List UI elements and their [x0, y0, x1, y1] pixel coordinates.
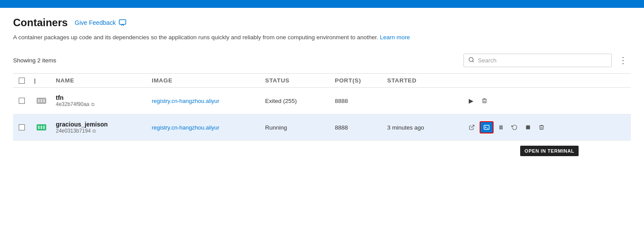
- container-name-tfn: tfn: [56, 94, 145, 101]
- th-status: STATUS: [262, 77, 331, 84]
- cell-ports-tfn: 8888: [331, 98, 384, 104]
- action-buttons-gracious: [466, 121, 627, 133]
- toolbar-right: ⋮: [463, 52, 631, 68]
- svg-rect-4: [38, 99, 40, 102]
- image-link-gracious[interactable]: registry.cn-hangzhou.aliyur: [152, 124, 219, 131]
- table-row: tfn 4e32b74f90aa ⧉ registry.cn-hangzhou.…: [13, 88, 631, 114]
- cell-actions-gracious: [462, 121, 631, 133]
- open-external-gracious-button[interactable]: [466, 122, 478, 133]
- description: A container packages up code and its dep…: [13, 33, 631, 42]
- cell-name-gracious: gracious_jemison 24e0313b7194 ⧉: [52, 121, 148, 134]
- th-started: STARTED: [384, 77, 462, 84]
- give-feedback-link[interactable]: Give Feedback: [75, 19, 126, 27]
- th-ports: PORT(S): [331, 77, 384, 84]
- start-tfn-button[interactable]: ▶: [466, 95, 477, 106]
- cell-started-gracious: 3 minutes ago: [384, 124, 462, 131]
- action-buttons-tfn: ▶: [466, 95, 627, 106]
- copy-id-gracious-icon[interactable]: ⧉: [92, 128, 96, 134]
- copy-id-tfn-icon[interactable]: ⧉: [91, 102, 95, 107]
- svg-rect-0: [119, 20, 126, 24]
- svg-rect-14: [500, 126, 501, 129]
- row-checkbox-tfn: [13, 98, 31, 104]
- th-image: IMAGE: [148, 77, 262, 84]
- svg-point-1: [469, 58, 473, 62]
- open-terminal-gracious-button[interactable]: [480, 121, 494, 133]
- page-header: Containers Give Feedback: [13, 17, 631, 29]
- more-options-button[interactable]: ⋮: [615, 52, 631, 68]
- svg-rect-8: [38, 126, 40, 129]
- cell-name-tfn: tfn 4e32b74f90aa ⧉: [52, 94, 148, 107]
- svg-rect-16: [526, 126, 530, 130]
- delete-gracious-button[interactable]: [535, 122, 548, 133]
- table-header: | NAME IMAGE STATUS PORT(S) STARTED: [13, 74, 631, 88]
- svg-rect-10: [43, 126, 45, 129]
- restart-gracious-button[interactable]: [508, 122, 521, 133]
- row-checkbox-gracious: [13, 124, 31, 130]
- pause-gracious-button[interactable]: [495, 122, 507, 133]
- svg-rect-15: [501, 126, 502, 129]
- page-title: Containers: [13, 17, 68, 29]
- toolbar: Showing 2 items ⋮: [13, 52, 631, 68]
- image-link-tfn[interactable]: registry.cn-hangzhou.aliyur: [152, 98, 219, 104]
- search-icon: [468, 57, 474, 64]
- th-icon: |: [31, 77, 52, 84]
- svg-rect-9: [41, 126, 42, 129]
- feedback-icon: [119, 19, 126, 27]
- svg-rect-6: [43, 99, 45, 102]
- showing-count: Showing 2 items: [13, 57, 56, 64]
- cell-image-gracious: registry.cn-hangzhou.aliyur: [148, 124, 262, 131]
- open-in-terminal-tooltip: OPEN IN TERMINAL: [520, 146, 579, 156]
- select-all-checkbox[interactable]: [19, 78, 25, 84]
- container-id-gracious: 24e0313b7194 ⧉: [56, 128, 145, 134]
- container-icon-gracious: [31, 120, 52, 135]
- stop-gracious-button[interactable]: [522, 123, 534, 132]
- cell-ports-gracious: 8888: [331, 124, 384, 131]
- container-icon-tfn: [31, 93, 52, 109]
- delete-tfn-button[interactable]: [478, 96, 491, 106]
- svg-line-11: [471, 125, 474, 128]
- search-box: [463, 54, 612, 67]
- cell-image-tfn: registry.cn-hangzhou.aliyur: [148, 98, 262, 104]
- th-name: NAME: [52, 77, 148, 84]
- cell-status-gracious: Running: [262, 124, 331, 131]
- search-input[interactable]: [478, 57, 607, 64]
- select-tfn-checkbox[interactable]: [19, 98, 25, 104]
- cell-status-tfn: Exited (255): [262, 98, 331, 104]
- th-checkbox: [13, 78, 31, 84]
- give-feedback-label: Give Feedback: [75, 19, 116, 26]
- table-row-gracious: gracious_jemison 24e0313b7194 ⧉ registry…: [13, 114, 631, 141]
- table-container: | NAME IMAGE STATUS PORT(S) STARTED: [13, 73, 631, 141]
- select-gracious-checkbox[interactable]: [19, 124, 25, 130]
- svg-line-2: [473, 61, 474, 62]
- cell-actions-tfn: ▶: [462, 95, 631, 106]
- learn-more-link[interactable]: Learn more: [380, 34, 410, 41]
- top-bar: [0, 0, 644, 8]
- main-content: Containers Give Feedback A container pac…: [0, 8, 644, 246]
- svg-rect-5: [41, 99, 42, 102]
- container-id-tfn: 4e32b74f90aa ⧉: [56, 101, 145, 107]
- container-name-gracious: gracious_jemison: [56, 121, 145, 128]
